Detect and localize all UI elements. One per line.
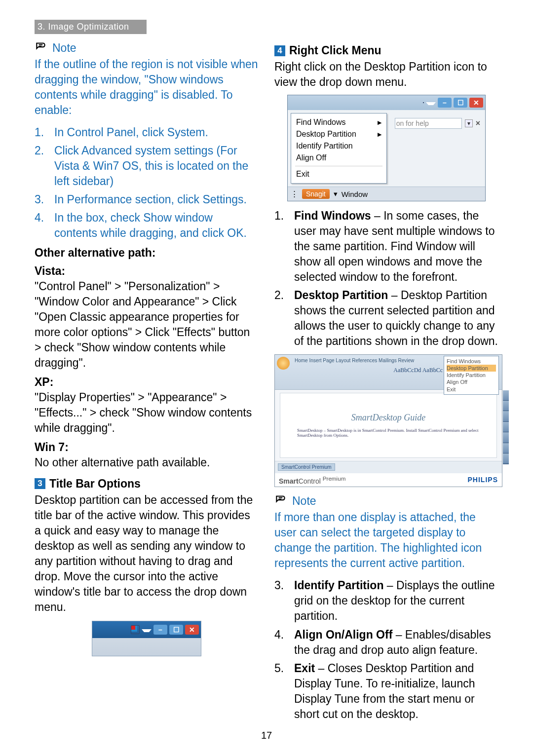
step-text: In Control Panel, click System. <box>54 125 208 140</box>
doc-title: SmartDesktop Guide <box>351 413 425 423</box>
section-3-body: Desktop partition can be accessed from t… <box>35 492 259 615</box>
help-close-icon: × <box>476 119 480 128</box>
list-item: Identify Partition – Displays the outlin… <box>274 578 498 624</box>
maximize-icon: ☐ <box>169 625 183 635</box>
minimize-icon: – <box>153 625 167 635</box>
note-heading: Note <box>35 40 259 56</box>
maximize-icon: ☐ <box>454 98 467 108</box>
note-icon <box>274 493 287 509</box>
titlebar-figure: – ☐ ✕ <box>35 621 259 656</box>
list-rest: – Closes Desktop Partition and Display T… <box>294 662 475 720</box>
ribbon-styles: AaBbCcDd AaBbCc <box>393 367 443 374</box>
submenu-arrow-icon: ▶ <box>378 119 381 126</box>
section-number-icon: 4 <box>274 45 285 56</box>
mini-menu-item: Find Windows <box>447 358 496 365</box>
submenu-arrow-icon: ▶ <box>378 131 381 138</box>
mini-menu-item: Align Off <box>447 378 496 385</box>
side-icons <box>503 390 509 464</box>
list-lead: Find Windows <box>294 209 371 222</box>
dropdown-icon <box>426 102 436 105</box>
right-column: 4 Right Click Menu Right click on the De… <box>274 37 498 727</box>
menu-desc-list-2: Identify Partition – Displays the outlin… <box>274 578 498 721</box>
office-orb-icon <box>277 357 290 370</box>
mini-context-menu: Find Windows Desktop Partition Identify … <box>444 356 499 395</box>
logo-bold: Smart <box>279 477 299 485</box>
partition-screenshot: Home Insert Page Layout References Maili… <box>274 354 502 488</box>
smartcontrol-logo: SmartControl Premium <box>279 475 345 485</box>
mini-menu-item: Exit <box>447 386 496 393</box>
menu-item: Find Windows▶ <box>295 116 382 128</box>
vista-path: "Control Panel" > "Personalization" > "W… <box>35 279 259 371</box>
note-icon <box>35 40 47 56</box>
menu-item-label: Exit <box>296 170 309 179</box>
partition-icon <box>423 102 424 103</box>
logo-sup: Premium <box>323 475 346 482</box>
vista-heading: Vista: <box>35 265 259 278</box>
page-number: 17 <box>0 730 533 741</box>
list-item: Align On/Align Off – Enables/disables th… <box>274 627 498 658</box>
note-label: Note <box>52 41 76 55</box>
list-lead: Align On/Align Off <box>294 628 392 641</box>
menu-desc-list: Find Windows – In some cases, the user m… <box>274 208 498 349</box>
mini-menu-item: Identify Partition <box>447 372 496 378</box>
menu-item: Desktop Partition▶ <box>295 128 382 140</box>
close-icon: ✕ <box>469 98 483 108</box>
section-4-body: Right click on the Desktop Partition ico… <box>274 59 498 90</box>
section-3-label: Title Bar Options <box>49 477 141 491</box>
minimize-icon: – <box>438 98 452 108</box>
menu-item: Exit <box>295 168 382 180</box>
menu-item: Identify Partition <box>295 140 382 152</box>
philips-logo: PHILIPS <box>468 476 498 484</box>
snagit-badge: Snagit <box>302 189 330 199</box>
left-column: Note If the outline of the region is not… <box>35 37 259 727</box>
step-text: In Performance section, click Settings. <box>54 192 247 207</box>
xp-heading: XP: <box>35 376 259 389</box>
context-menu-figure: – ☐ ✕ Find Windows▶ Desktop Partition▶ I… <box>287 95 486 201</box>
section-4-label: Right Click Menu <box>289 44 381 57</box>
menu-item-label: Align Off <box>296 153 326 162</box>
list-lead: Desktop Partition <box>294 289 388 302</box>
section-4-title: 4 Right Click Menu <box>274 44 498 57</box>
taskbar-chip: SmartControl Premium <box>278 463 335 471</box>
step-text: In the box, check Show window contents w… <box>54 210 259 241</box>
note-body: If more than one display is attached, th… <box>274 510 498 571</box>
toolbar-dropdown-icon: ▾ <box>334 189 338 198</box>
note-body: If the outline of the region is not visi… <box>35 57 259 118</box>
note-label: Note <box>292 494 316 508</box>
doc-subtitle: SmartDesktop – SmartDesktop is in SmartC… <box>297 428 480 438</box>
partition-icon <box>131 625 140 634</box>
mini-menu-item: Desktop Partition <box>447 365 496 372</box>
alt-path-heading: Other alternative path: <box>35 246 259 260</box>
dropdown-icon <box>142 629 152 632</box>
close-icon: ✕ <box>185 625 199 635</box>
context-menu: Find Windows▶ Desktop Partition▶ Identif… <box>291 113 387 184</box>
menu-item-label: Identify Partition <box>296 142 353 151</box>
list-lead: Exit <box>294 662 315 675</box>
help-dropdown-icon: ▾ <box>465 119 473 127</box>
help-search: ▾ × <box>395 118 480 129</box>
logo-reg: Control <box>299 477 323 485</box>
section-header: 3. Image Optimization <box>35 20 147 34</box>
menu-item-label: Desktop Partition <box>296 130 356 139</box>
list-item: Exit – Closes Desktop Partition and Disp… <box>274 661 498 722</box>
note-heading: Note <box>274 493 498 509</box>
win7-heading: Win 7: <box>35 441 259 454</box>
menu-item: Align Off <box>295 152 382 164</box>
win7-path: No other alternative path available. <box>35 455 259 470</box>
window-label: Window <box>342 190 368 198</box>
list-lead: Identify Partition <box>294 579 383 592</box>
xp-path: "Display Properties" > "Appearance" > "E… <box>35 390 259 436</box>
dots-icon: ⋮ <box>291 189 298 198</box>
list-item: Find Windows – In some cases, the user m… <box>274 208 498 285</box>
list-item: Desktop Partition – Desktop Partition sh… <box>274 288 498 349</box>
step-text: Click Advanced system settings (For Vist… <box>54 143 259 189</box>
section-number-icon: 3 <box>35 478 45 489</box>
help-input <box>395 118 462 129</box>
section-3-title: 3 Title Bar Options <box>35 477 259 491</box>
menu-item-label: Find Windows <box>296 118 345 127</box>
enable-steps: In Control Panel, click System. Click Ad… <box>35 125 259 241</box>
ribbon-tabs: Home Insert Page Layout References Maili… <box>295 358 414 363</box>
